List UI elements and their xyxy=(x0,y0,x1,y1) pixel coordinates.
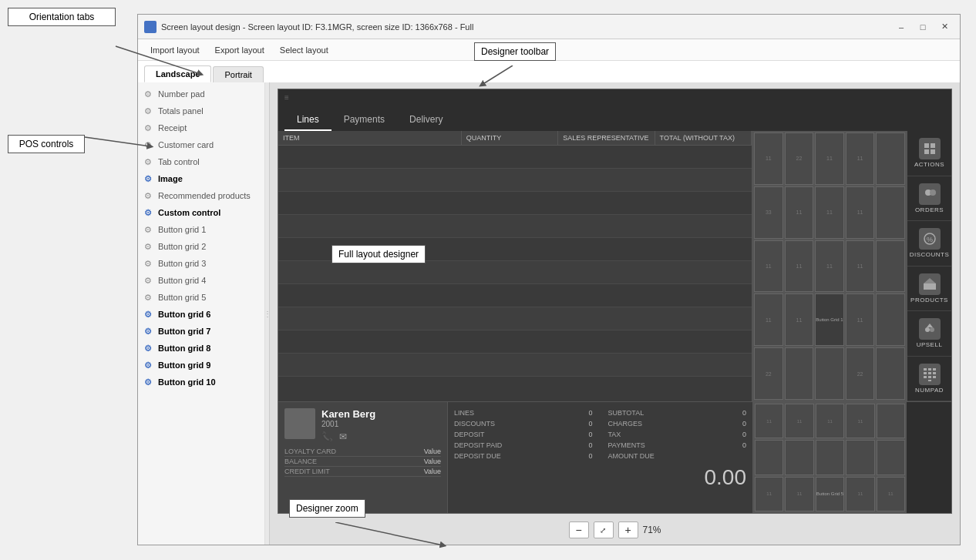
grid-cell[interactable]: 11 xyxy=(846,293,875,346)
pos-controls-callout: POS controls xyxy=(8,135,85,153)
action-btn-numpad[interactable]: NUMPAD xyxy=(907,357,951,402)
grid-cell[interactable] xyxy=(876,132,905,185)
landscape-tab[interactable]: Landscape xyxy=(144,65,211,82)
total-deposit-due: DEPOSIT DUE 0 xyxy=(454,451,593,461)
action-btn-actions[interactable]: ACTIONS xyxy=(907,131,951,176)
gear-icon: ⚙ xyxy=(144,225,153,234)
grid-cell[interactable]: 11 xyxy=(754,240,783,293)
sidebar-item-image[interactable]: ⚙ Image xyxy=(138,170,264,187)
close-button[interactable]: ✕ xyxy=(935,19,954,35)
maximize-button[interactable]: □ xyxy=(914,19,932,35)
bottom-action-strip xyxy=(907,402,951,513)
amount-due-value: 0.00 xyxy=(454,465,746,490)
sidebar-item-receipt[interactable]: ⚙ Receipt xyxy=(138,119,264,136)
action-btn-discounts[interactable]: % DISCOUNTS xyxy=(907,221,951,267)
grid-cell[interactable]: 11 xyxy=(846,240,875,293)
export-layout-menu[interactable]: Export layout xyxy=(207,42,272,58)
bottom-grid-cell[interactable]: 11 xyxy=(785,477,813,511)
table-row xyxy=(278,354,752,377)
import-layout-menu[interactable]: Import layout xyxy=(143,42,207,58)
sidebar-item-button-grid-9[interactable]: ⚙ Button grid 9 xyxy=(138,357,264,374)
zoom-bar: − ⤢ + 71% xyxy=(568,521,661,538)
sidebar-item-customer-card[interactable]: ⚙ Customer card xyxy=(138,136,264,153)
sidebar-item-number-pad[interactable]: ⚙ Number pad xyxy=(138,86,264,102)
total-deposit-paid: DEPOSIT PAID 0 xyxy=(454,441,593,450)
sidebar-item-button-grid-10[interactable]: ⚙ Button grid 10 xyxy=(138,374,264,391)
bottom-grid-cell[interactable] xyxy=(816,440,844,474)
bottom-grid-cell[interactable] xyxy=(785,440,813,474)
sidebar-item-custom-control[interactable]: ⚙ Custom control xyxy=(138,204,264,221)
grid-cell-button-grid-1[interactable]: Button Grid 1 xyxy=(815,293,844,346)
total-charges: CHARGES 0 xyxy=(608,419,747,428)
svg-point-13 xyxy=(930,327,934,332)
zoom-fit-button[interactable]: ⤢ xyxy=(593,521,613,538)
grid-cell[interactable] xyxy=(876,240,905,293)
totals-panel: LINES 0 SUBTOTAL 0 DISCOUNTS 0 CHARGES xyxy=(448,402,752,513)
bottom-grid-cell[interactable] xyxy=(755,440,783,474)
grid-cell[interactable]: 33 xyxy=(754,186,783,239)
grid-cell[interactable]: 11 xyxy=(785,186,814,239)
title-bar-controls: – □ ✕ xyxy=(892,19,954,35)
sidebar-item-button-grid-5[interactable]: ⚙ Button grid 5 xyxy=(138,289,264,306)
action-btn-orders[interactable]: ORDERS xyxy=(907,176,951,222)
svg-rect-18 xyxy=(924,372,927,374)
grid-cell[interactable]: 11 xyxy=(754,132,783,185)
sidebar-item-button-grid-6[interactable]: ⚙ Button grid 6 xyxy=(138,306,264,323)
col-quantity: QUANTITY xyxy=(462,131,558,145)
bottom-grid-cell[interactable]: 11 xyxy=(816,404,844,438)
sidebar-item-button-grid-2[interactable]: ⚙ Button grid 2 xyxy=(138,238,264,255)
sidebar-item-tab-control[interactable]: ⚙ Tab control xyxy=(138,153,264,170)
bottom-grid-cell[interactable] xyxy=(877,440,905,474)
zoom-in-button[interactable]: + xyxy=(618,521,638,538)
bottom-grid-cell[interactable] xyxy=(846,440,874,474)
svg-rect-21 xyxy=(924,376,927,378)
portrait-tab[interactable]: Portrait xyxy=(213,66,263,82)
bottom-grid-cell-button-grid-5[interactable]: Button Grid 5 xyxy=(816,477,844,511)
grid-cell[interactable]: 11 xyxy=(754,293,783,346)
gear-icon: ⚙ xyxy=(144,344,153,353)
sidebar-item-button-grid-3[interactable]: ⚙ Button grid 3 xyxy=(138,255,264,272)
sidebar-item-recommended-products[interactable]: ⚙ Recommended products xyxy=(138,187,264,204)
bottom-grid-cell[interactable]: 11 xyxy=(755,404,783,438)
action-btn-upsell[interactable]: UPSELL xyxy=(907,311,951,357)
grid-cell[interactable]: 11 xyxy=(846,186,875,239)
grid-cell[interactable] xyxy=(876,347,905,400)
designer-toolbar-callout-container: Designer toolbar xyxy=(474,42,556,61)
grid-cell[interactable] xyxy=(876,186,905,239)
action-btn-products[interactable]: PRODUCTS xyxy=(907,267,951,312)
bottom-grid-cell[interactable]: 11 xyxy=(785,404,813,438)
sidebar-item-totals-panel[interactable]: ⚙ Totals panel xyxy=(138,102,264,119)
grid-cell[interactable]: 11 xyxy=(785,293,814,346)
sidebar-item-button-grid-1[interactable]: ⚙ Button grid 1 xyxy=(138,221,264,238)
grid-cell[interactable]: 11 xyxy=(815,240,844,293)
grid-cell[interactable]: 11 xyxy=(815,132,844,185)
bottom-grid-cell[interactable]: 11 xyxy=(846,477,874,511)
gear-icon: ⚙ xyxy=(144,360,153,370)
sidebar-item-button-grid-7[interactable]: ⚙ Button grid 7 xyxy=(138,323,264,340)
zoom-out-button[interactable]: − xyxy=(568,521,588,538)
customer-info: Karen Berg 2001 📞 ✉ xyxy=(284,408,441,442)
minimize-button[interactable]: – xyxy=(892,19,910,35)
bottom-grid-cell[interactable] xyxy=(877,404,905,438)
grid-cell[interactable] xyxy=(876,293,905,346)
pos-tab-delivery[interactable]: Delivery xyxy=(397,109,455,131)
grid-cell[interactable]: 11 xyxy=(815,186,844,239)
total-payments: PAYMENTS 0 xyxy=(608,441,747,450)
bottom-grid-cell[interactable]: 11 xyxy=(877,477,905,511)
designer-zoom-callout-text: Designer zoom xyxy=(296,503,358,514)
select-layout-menu[interactable]: Select layout xyxy=(272,42,336,58)
grid-cell[interactable]: 11 xyxy=(846,132,875,185)
bottom-grid-cell[interactable]: 11 xyxy=(755,477,783,511)
grid-cell[interactable] xyxy=(815,347,844,400)
grid-cell[interactable] xyxy=(785,347,814,400)
svg-rect-23 xyxy=(933,376,936,378)
grid-cell[interactable]: 22 xyxy=(754,347,783,400)
sidebar-item-button-grid-8[interactable]: ⚙ Button grid 8 xyxy=(138,340,264,357)
pos-tab-payments[interactable]: Payments xyxy=(332,109,397,131)
pos-tab-lines[interactable]: Lines xyxy=(284,109,332,131)
grid-cell[interactable]: 11 xyxy=(785,240,814,293)
grid-cell[interactable]: 22 xyxy=(846,347,875,400)
grid-cell[interactable]: 22 xyxy=(785,132,814,185)
bottom-grid-cell[interactable]: 11 xyxy=(846,404,874,438)
sidebar-item-button-grid-4[interactable]: ⚙ Button grid 4 xyxy=(138,272,264,289)
